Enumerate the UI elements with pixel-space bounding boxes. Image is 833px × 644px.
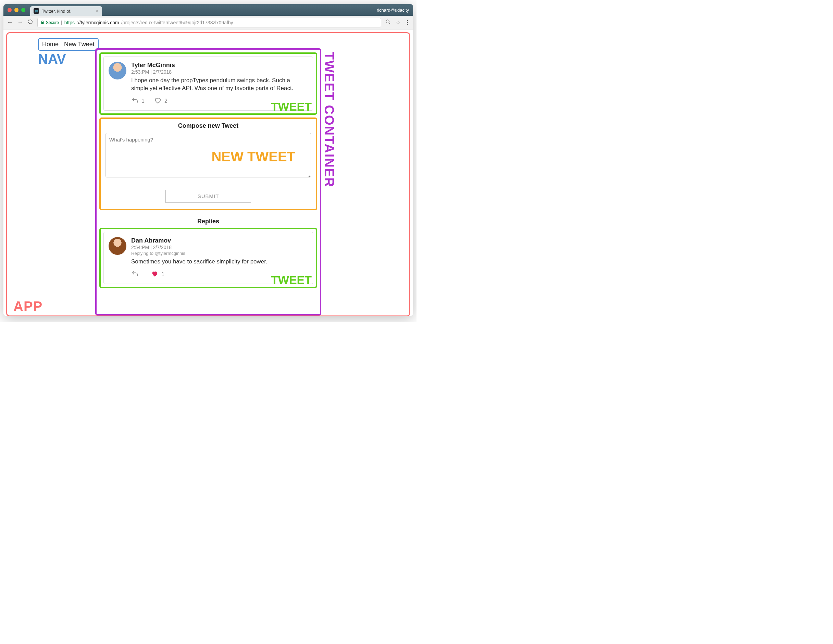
new-tweet-region: NEW TWEET Compose new Tweet SUBMIT xyxy=(99,118,317,210)
replies-title: Replies xyxy=(96,218,320,225)
fullscreen-window-button[interactable] xyxy=(21,8,25,12)
like-count: 2 xyxy=(164,98,167,104)
browser-window: Twitter, kind of. × richard@udacity ← → … xyxy=(3,4,413,316)
svg-point-4 xyxy=(386,20,389,23)
tab-title: Twitter, kind of. xyxy=(42,8,72,14)
secure-label: Secure xyxy=(46,20,59,25)
svg-point-0 xyxy=(36,11,37,11)
page-content: APP Home New Tweet NAV TWEET CONTAINER T… xyxy=(3,29,413,316)
reload-button[interactable] xyxy=(27,19,33,26)
lock-icon: Secure xyxy=(40,20,59,25)
nav-home-link[interactable]: Home xyxy=(42,41,59,48)
reply-count: 1 xyxy=(142,98,145,104)
forward-button[interactable]: → xyxy=(17,19,23,26)
tweet-author: Dan Abramov xyxy=(131,237,308,244)
reply-icon xyxy=(131,97,139,106)
window-controls xyxy=(8,8,25,12)
titlebar: Twitter, kind of. × richard@udacity xyxy=(3,4,413,16)
tweet-region: TWEET Tyler McGinnis 2:53:PM | 2/7/2018 … xyxy=(99,52,317,115)
url-path: /projects/redux-twitter/tweet/5c9qojr2d1… xyxy=(121,20,233,25)
back-button[interactable]: ← xyxy=(7,19,13,26)
zoom-icon[interactable] xyxy=(385,19,391,26)
browser-toolbar: ← → Secure | https://tylermcginnis.com/p… xyxy=(3,16,413,29)
like-button[interactable]: 2 xyxy=(154,97,167,106)
app-annotation-label: APP xyxy=(13,299,42,314)
svg-line-5 xyxy=(389,23,390,24)
reply-button[interactable] xyxy=(131,270,142,279)
avatar xyxy=(109,237,126,255)
reply-icon xyxy=(131,270,139,279)
tweet-annotation-label: TWEET xyxy=(271,274,312,287)
tweet-text: I hope one day the propTypes pendulum sw… xyxy=(131,77,308,92)
tweet-timestamp: 2:54:PM | 2/7/2018 xyxy=(131,245,308,250)
tweet-region: TWEET Dan Abramov 2:54:PM | 2/7/2018 Rep… xyxy=(99,228,317,288)
minimize-window-button[interactable] xyxy=(14,8,18,12)
tweet-container-region: TWEET CONTAINER TWEET Tyler McGinnis 2:5… xyxy=(95,48,321,316)
container-annotation-label: TWEET CONTAINER xyxy=(322,52,336,188)
profile-label[interactable]: richard@udacity xyxy=(377,8,409,13)
url-scheme: https xyxy=(64,20,75,25)
browser-menu-button[interactable]: ⋮ xyxy=(405,19,410,26)
compose-title: Compose new Tweet xyxy=(106,122,311,129)
avatar xyxy=(109,62,126,79)
new-tweet-annotation-label: NEW TWEET xyxy=(212,149,295,164)
close-window-button[interactable] xyxy=(8,8,12,12)
tweet-timestamp: 2:53:PM | 2/7/2018 xyxy=(131,69,308,75)
browser-tab[interactable]: Twitter, kind of. × xyxy=(30,6,102,16)
heart-icon xyxy=(151,270,159,279)
app-region: APP Home New Tweet NAV TWEET CONTAINER T… xyxy=(6,32,410,316)
submit-button[interactable]: SUBMIT xyxy=(166,190,251,203)
like-count: 1 xyxy=(161,271,164,277)
tweet-annotation-label: TWEET xyxy=(271,100,312,113)
address-bar[interactable]: Secure | https://tylermcginnis.com/proje… xyxy=(37,18,381,27)
nav-new-tweet-link[interactable]: New Tweet xyxy=(64,41,95,48)
close-tab-icon[interactable]: × xyxy=(96,8,99,14)
tweet-text: Sometimes you have to sacrifice simplici… xyxy=(131,258,308,266)
bookmark-star-icon[interactable]: ☆ xyxy=(396,19,400,26)
react-favicon-icon xyxy=(34,8,39,14)
tweet-author: Tyler McGinnis xyxy=(131,62,308,69)
heart-icon xyxy=(154,97,162,106)
replying-to: Replying to @tylermcginnis xyxy=(131,251,308,256)
nav-region: Home New Tweet xyxy=(38,38,99,51)
url-host: ://tylermcginnis.com xyxy=(77,20,119,25)
like-button[interactable]: 1 xyxy=(151,270,164,279)
reply-button[interactable]: 1 xyxy=(131,97,145,106)
